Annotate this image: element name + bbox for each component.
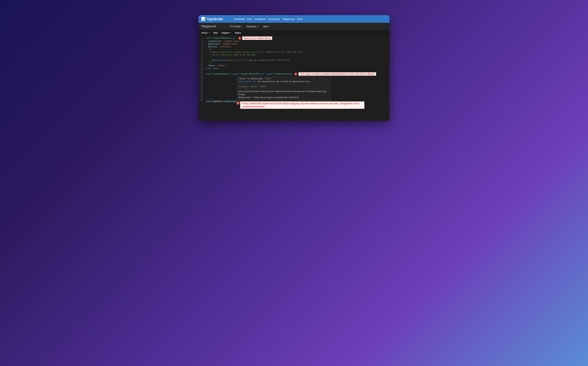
caret-down-icon: ▼ (257, 26, 259, 27)
code-editor[interactable]: 123 456 789 101112 131415 161718 192021 … (199, 36, 389, 121)
code-line: * @deprecated Checks will no longer be a… (206, 59, 388, 61)
annotation-badge-2: 2 (294, 73, 297, 76)
brand-text: TypeScript (207, 17, 223, 21)
playground-window: TS TypeScript Download Docs Handbook Com… (199, 15, 389, 121)
sub-nav: Playground TS Config▼ Examples▼ Help▼ (199, 23, 389, 30)
nav-playground[interactable]: Playground (282, 18, 294, 20)
version-selector[interactable]: v5.8.2▼ (201, 31, 210, 34)
annotation-badge-3: 3 (236, 102, 239, 105)
annotation-1: Moved to an object literal (242, 37, 272, 40)
line-numbers: 123 456 789 101112 131415 161718 192021 … (199, 36, 205, 103)
help-menu[interactable]: Help▼ (263, 25, 270, 28)
code-line: Bitcoin: "bitcoin", (206, 45, 388, 48)
code-line: /** (206, 48, 388, 51)
nav-download[interactable]: Download (234, 18, 245, 20)
nav-handbook[interactable]: Handbook (255, 18, 266, 20)
code-line: DebitCard: "debig-card", (206, 43, 388, 45)
export-menu[interactable]: Export▼ (222, 31, 231, 34)
run-button[interactable]: Run (214, 31, 218, 34)
sub-nav-title: Playground (201, 25, 216, 28)
code-line: Check: "check", (206, 64, 388, 67)
toolbar: v5.8.2▼ Run Export▼ Share (199, 30, 389, 36)
share-button[interactable]: Share (235, 31, 241, 34)
annotation-3: If they deliberately import and use the … (240, 101, 364, 109)
code-area[interactable]: const PaymentMethod = { 1 Moved to an ob… (205, 36, 389, 103)
caret-down-icon: ▼ (208, 32, 210, 34)
top-nav: TS TypeScript Download Docs Handbook Com… (199, 15, 389, 23)
nav-community[interactable]: Community (268, 18, 280, 20)
code-line: * up to 3 business days to go through. (206, 53, 388, 56)
tooltip-body: Use an electronic check to pay your bill… (237, 89, 331, 100)
examples-menu[interactable]: Examples▼ (246, 25, 258, 28)
code-line: type PaymentMethod = typeof PaymentMetho… (206, 72, 388, 76)
nav-docs[interactable]: Docs (247, 18, 252, 20)
tooltip-diagnostic: 'Check' is deprecated. (6385) input.tsx(… (237, 76, 331, 84)
code-line: * Use an electronic check to pay your bi… (206, 51, 388, 53)
code-line: */ (206, 61, 388, 64)
code-line: const PaymentMethod = { 1 Moved to an ob… (206, 37, 388, 40)
nav-links: Download Docs Handbook Community Playgro… (234, 18, 302, 20)
nav-tools[interactable]: Tools (297, 18, 302, 20)
hover-tooltip: 'Check' is deprecated. (6385) input.tsx(… (236, 76, 331, 105)
tsconfig-menu[interactable]: TS Config▼ (230, 25, 242, 28)
annotation-2: This union is what's usually communicate… (298, 72, 376, 76)
code-line (206, 70, 388, 72)
annotation-3-wrap: 3 If they deliberately import and use th… (236, 101, 364, 109)
caret-down-icon: ▼ (240, 26, 242, 27)
tooltip-signature: (property) Check: "check" (237, 84, 331, 89)
ts-badge-icon: TS (201, 17, 205, 21)
code-line: } as const; (206, 67, 388, 70)
caret-down-icon: ▼ (268, 26, 270, 27)
logo[interactable]: TS TypeScript (201, 17, 223, 21)
caret-down-icon: ▼ (230, 32, 231, 34)
code-line: CreditCard: "credit-card", (206, 40, 388, 43)
code-line: * (206, 56, 388, 59)
annotation-badge-1: 1 (238, 37, 241, 40)
